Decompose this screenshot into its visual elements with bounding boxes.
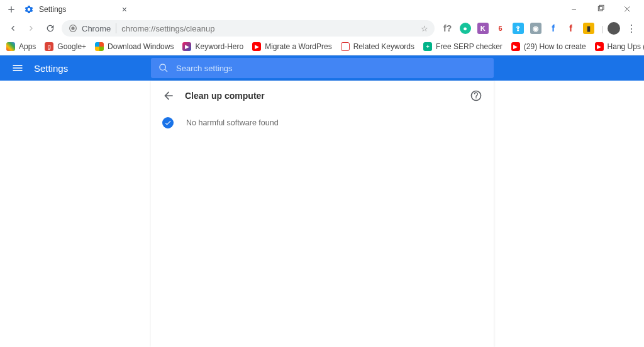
star-bookmark-icon[interactable]: ☆ (421, 24, 428, 33)
bookmark-label: Migrate a WordPres (265, 42, 331, 51)
bookmark-favicon-icon (95, 42, 104, 51)
bookmark-item[interactable]: ▶Keyword-Hero (182, 42, 243, 51)
settings-menu-button[interactable] (11, 62, 24, 74)
bookmark-item[interactable]: Related Keywords (341, 42, 414, 51)
address-bar[interactable]: Chrome chrome://settings/cleanup ☆ (62, 20, 435, 37)
bookmark-label: (29) How to create (524, 42, 586, 51)
settings-title: Settings (34, 63, 68, 74)
chrome-indicator-icon (68, 23, 78, 33)
svg-point-3 (71, 26, 74, 30)
bookmark-favicon-icon: g (45, 42, 53, 51)
flag-icon[interactable]: ▮ (583, 23, 594, 34)
grammarly-icon[interactable]: ● (460, 23, 471, 34)
panel-title: Clean up computer (185, 91, 460, 101)
f-blue-icon[interactable]: f (548, 23, 559, 34)
bookmark-label: Download Windows (108, 42, 174, 51)
address-url: chrome://settings/cleanup (121, 24, 410, 33)
address-scheme-label: Chrome (82, 24, 111, 33)
bookmark-item[interactable]: ▶(29) How to create (511, 42, 586, 51)
settings-main-panel: Clean up computer No harmful software fo… (151, 81, 494, 347)
check-circle-icon (162, 117, 174, 128)
window-close-button[interactable] (615, 1, 640, 18)
bookmark-label: Apps (19, 42, 36, 51)
bookmark-label: Keyword-Hero (195, 42, 243, 51)
nav-forward-button[interactable] (24, 21, 39, 36)
svg-rect-0 (572, 9, 576, 9)
cleanup-status-text: No harmful software found (186, 118, 279, 127)
settings-gear-icon (24, 4, 34, 14)
nav-reload-button[interactable] (43, 21, 58, 36)
bookmark-label: Free SERP checker (436, 42, 502, 51)
bookmark-item[interactable]: +Free SERP checker (423, 42, 502, 51)
panel-back-button[interactable] (162, 89, 175, 102)
help-icon[interactable] (470, 89, 482, 102)
bookmark-favicon-icon: ▶ (595, 42, 604, 51)
tab-title: Settings (39, 5, 66, 14)
bookmark-item[interactable]: gGoogle+ (45, 42, 86, 51)
camera-icon[interactable]: ◉ (530, 23, 541, 34)
tab-close-button[interactable]: × (122, 4, 127, 14)
bookmark-favicon-icon: ▶ (182, 42, 191, 51)
settings-search-bar[interactable] (151, 58, 494, 78)
bookmark-item[interactable]: Apps (6, 42, 36, 51)
share-icon[interactable]: ⇪ (513, 23, 524, 34)
bookmark-favicon-icon: ▶ (511, 42, 520, 51)
bookmark-favicon-icon (6, 42, 15, 51)
bookmark-label: Hang Ups (Want Yo (608, 42, 644, 51)
window-maximize-button[interactable] (589, 1, 614, 18)
bookmark-label: Related Keywords (353, 42, 414, 51)
bookmark-item[interactable]: ▶Migrate a WordPres (252, 42, 331, 51)
bookmark-favicon-icon (341, 42, 350, 51)
bookmark-item[interactable]: Download Windows (95, 42, 174, 51)
bookmark-item[interactable]: ▶Hang Ups (Want Yo (595, 42, 644, 51)
svg-rect-1 (598, 6, 602, 11)
profile-avatar-button[interactable] (608, 22, 620, 35)
badge6-icon[interactable]: 6 (495, 23, 506, 34)
nav-back-button[interactable] (5, 21, 20, 36)
extensions-divider: | (602, 24, 604, 33)
bookmark-label: Google+ (57, 42, 86, 51)
browser-tab[interactable]: Settings × (19, 1, 132, 18)
cleanup-status-row: No harmful software found (151, 111, 494, 135)
search-icon (158, 63, 169, 73)
new-tab-button[interactable] (4, 2, 19, 17)
window-minimize-button[interactable] (562, 1, 587, 18)
bookmark-favicon-icon: ▶ (252, 42, 261, 51)
question-icon[interactable]: f? (442, 23, 453, 34)
settings-search-input[interactable] (176, 64, 486, 73)
chrome-menu-button[interactable]: ⋮ (624, 23, 639, 35)
bookmark-favicon-icon: + (423, 42, 432, 51)
settings-left-pane (0, 81, 151, 347)
svg-rect-2 (599, 5, 604, 9)
f-red-icon[interactable]: f (565, 23, 577, 34)
k-ext-icon[interactable]: K (477, 23, 489, 34)
